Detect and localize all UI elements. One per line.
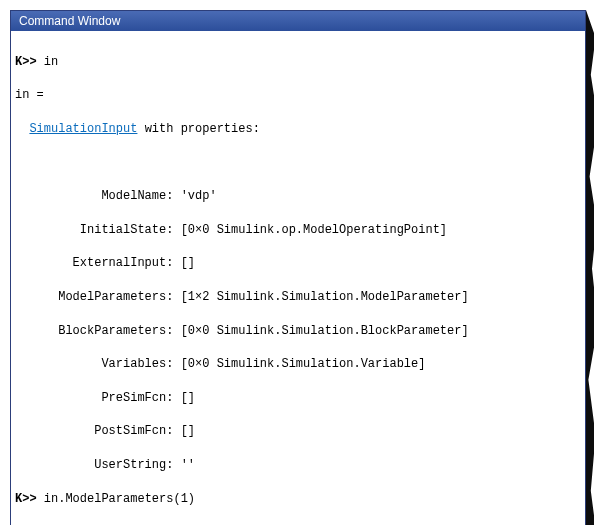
prop-variables: Variables: [0×0 Simulink.Simulation.Vari…	[15, 356, 581, 373]
prop-modelname: ModelName: 'vdp'	[15, 188, 581, 205]
command-window: Command Window K>> in in = SimulationInp…	[10, 10, 586, 525]
out1-with: with properties:	[137, 122, 259, 136]
prop-userstring: UserString: ''	[15, 457, 581, 474]
prompt: K>>	[15, 55, 37, 69]
prop-modelparameters: ModelParameters: [1×2 Simulink.Simulatio…	[15, 289, 581, 306]
prop-initialstate: InitialState: [0×0 Simulink.op.ModelOper…	[15, 222, 581, 239]
cmd-1: in	[44, 55, 58, 69]
prompt: K>>	[15, 492, 37, 506]
prop-externalinput: ExternalInput: []	[15, 255, 581, 272]
cmd-2: in.ModelParameters(1)	[44, 492, 195, 506]
prop-blockparameters: BlockParameters: [0×0 Simulink.Simulatio…	[15, 323, 581, 340]
window-title: Command Window	[19, 14, 120, 28]
out1-var: in =	[15, 87, 581, 104]
link-simulationinput[interactable]: SimulationInput	[29, 122, 137, 136]
titlebar: Command Window	[11, 11, 585, 31]
torn-edge-right	[586, 10, 594, 525]
prop-postsimfcn: PostSimFcn: []	[15, 423, 581, 440]
prop-presimfcn: PreSimFcn: []	[15, 390, 581, 407]
command-output[interactable]: K>> in in = SimulationInput with propert…	[11, 31, 585, 525]
